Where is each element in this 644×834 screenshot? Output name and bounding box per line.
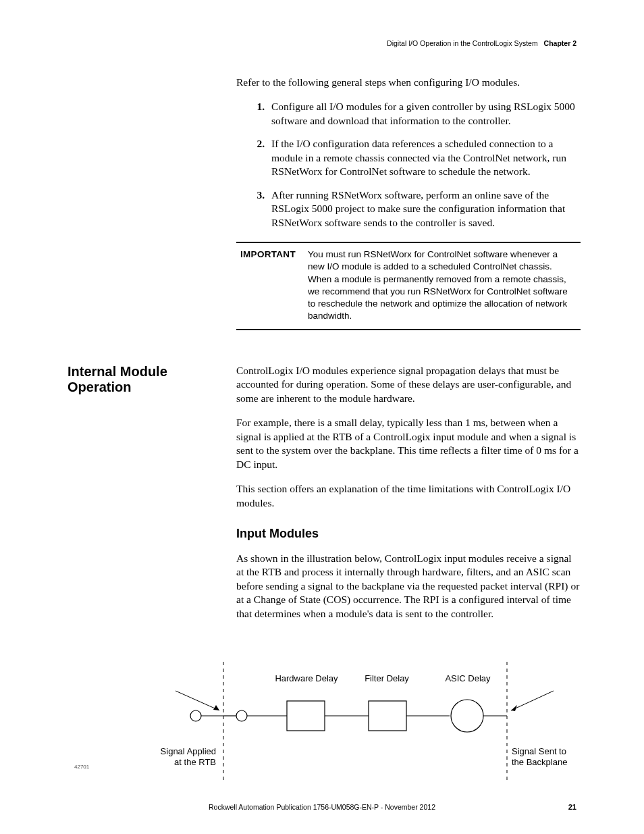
intro-paragraph: Refer to the following general steps whe…	[236, 76, 581, 89]
svg-line-4	[511, 691, 554, 710]
svg-point-15	[451, 700, 483, 732]
body-paragraph: ControlLogix I/O modules experience sign…	[236, 364, 581, 405]
important-text: You must run RSNetWorx for ControlNet so…	[308, 249, 581, 322]
footer-publication: Rockwell Automation Publication 1756-UM0…	[0, 803, 644, 811]
step-text: After running RSNetWorx software, perfor…	[271, 188, 581, 230]
svg-point-6	[190, 710, 201, 721]
diagram-id: 42701	[74, 764, 89, 770]
footer-page-number: 21	[568, 803, 576, 811]
diagram-svg	[155, 662, 581, 790]
svg-marker-3	[213, 705, 219, 710]
step-number: 1.	[236, 100, 271, 128]
step-item: 1. Configure all I/O modules for a given…	[236, 100, 581, 128]
svg-rect-13	[369, 701, 406, 731]
step-text: Configure all I/O modules for a given co…	[271, 100, 581, 128]
step-item: 3. After running RSNetWorx software, per…	[236, 188, 581, 230]
important-callout: IMPORTANT You must run RSNetWorx for Con…	[236, 242, 581, 330]
body-paragraph: For example, there is a small delay, typ…	[236, 416, 581, 471]
body-paragraph: As shown in the illustration below, Cont…	[236, 552, 581, 621]
step-number: 2.	[236, 137, 271, 178]
section-heading: Internal Module Operation	[68, 364, 216, 395]
header-chapter: Chapter 2	[544, 39, 576, 47]
step-number: 3.	[236, 188, 271, 230]
body-paragraph: This section offers an explanation of th…	[236, 482, 581, 510]
sub-heading: Input Modules	[236, 526, 581, 542]
svg-rect-11	[287, 701, 325, 731]
steps-list: 1. Configure all I/O modules for a given…	[236, 100, 581, 230]
input-modules-diagram: 42701 Hardware Delay Filter Delay ASIC D…	[155, 662, 581, 790]
important-label: IMPORTANT	[236, 249, 308, 322]
step-item: 2. If the I/O configuration data referen…	[236, 137, 581, 178]
svg-line-2	[176, 691, 219, 710]
svg-point-8	[236, 710, 247, 721]
header-section-title: Digital I/O Operation in the ControlLogi…	[387, 39, 538, 47]
step-text: If the I/O configuration data references…	[271, 137, 581, 178]
running-header: Digital I/O Operation in the ControlLogi…	[387, 39, 576, 47]
